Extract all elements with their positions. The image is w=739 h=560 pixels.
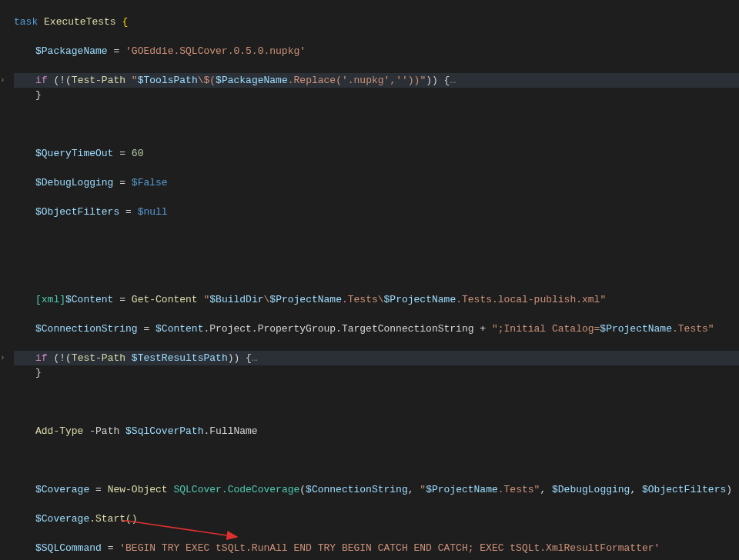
variable: $QueryTimeOut xyxy=(35,148,113,159)
fold-chevron-icon[interactable]: › xyxy=(0,351,5,365)
constant: $null xyxy=(138,206,168,218)
code-line[interactable]: $PackageName = 'GOEddie.SQLCover.0.5.0.n… xyxy=(14,44,739,58)
cmdlet: Test-Path xyxy=(72,352,125,364)
code-line[interactable]: $ObjectFilters = $null xyxy=(14,205,739,219)
code-line[interactable]: $SQLCommand = 'BEGIN TRY EXEC tSQLt.RunA… xyxy=(14,541,739,555)
variable: $TestResultsPath xyxy=(132,352,228,364)
type: SQLCover.CodeCoverage xyxy=(173,484,299,495)
code-line[interactable]: } xyxy=(14,88,739,102)
code-line[interactable]: Add-Type -Path $SqlCoverPath.FullName xyxy=(14,424,739,438)
variable: $Content xyxy=(65,294,113,305)
code-line[interactable]: $ConnectionString = $Content.Project.Pro… xyxy=(14,322,739,336)
string: 'GOEddie.SQLCover.0.5.0.nupkg' xyxy=(125,45,306,57)
code-line-empty[interactable] xyxy=(14,117,739,132)
cmdlet: Get-Content xyxy=(132,294,198,305)
punct: (!( xyxy=(48,75,72,86)
variable: $PackageName xyxy=(35,45,108,57)
constant: $False xyxy=(132,177,168,188)
variable: $DebugLogging xyxy=(35,177,113,188)
number: 60 xyxy=(132,148,144,159)
variable: $ObjectFilters xyxy=(35,206,119,218)
code-line-folded[interactable]: ›if (!(Test-Path "$ToolsPath\$($PackageN… xyxy=(14,73,739,88)
fold-ellipsis-icon[interactable]: … xyxy=(450,75,456,86)
keyword-task: task xyxy=(14,16,38,28)
code-line-empty[interactable] xyxy=(14,395,739,409)
code-line[interactable]: } xyxy=(14,365,739,380)
code-line-empty[interactable] xyxy=(14,263,739,278)
variable: $ConnectionString xyxy=(35,323,138,335)
variable: $SqlCoverPath xyxy=(125,425,203,437)
cmdlet: Test-Path xyxy=(72,75,125,86)
keyword-if: if xyxy=(35,352,48,364)
code-editor[interactable]: task ExecuteTests { $PackageName = 'GOEd… xyxy=(14,0,739,560)
type-accel: [xml] xyxy=(35,294,65,305)
function-name: ExecuteTests xyxy=(44,16,116,28)
code-line[interactable]: task ExecuteTests { xyxy=(14,15,739,29)
code-line[interactable]: $Coverage.Start() xyxy=(14,512,739,526)
code-line-empty[interactable] xyxy=(14,453,739,468)
punct: )) { xyxy=(426,75,450,86)
variable: $PackageName xyxy=(216,75,288,86)
code-line-folded[interactable]: ›if (!(Test-Path $TestResultsPath)) {… xyxy=(14,351,739,365)
operator: = xyxy=(108,45,125,57)
brace: } xyxy=(35,89,42,101)
fold-ellipsis-icon[interactable]: … xyxy=(252,352,258,364)
brace: { xyxy=(122,16,128,28)
code-line[interactable]: $Coverage = New-Object SQLCover.CodeCove… xyxy=(14,482,739,497)
code-line[interactable]: $QueryTimeOut = 60 xyxy=(14,146,739,161)
code-line[interactable]: [xml]$Content = Get-Content "$BuildDir\$… xyxy=(14,292,739,307)
keyword-if: if xyxy=(35,75,48,86)
cmdlet: Add-Type xyxy=(35,425,83,437)
parameter: -Path xyxy=(83,425,125,437)
code-line-empty[interactable] xyxy=(14,234,739,248)
fold-chevron-icon[interactable]: › xyxy=(0,73,5,88)
variable: $ToolsPath xyxy=(138,75,198,86)
brace: } xyxy=(35,367,42,378)
string: 'BEGIN TRY EXEC tSQLt.RunAll END TRY BEG… xyxy=(119,542,660,554)
code-line[interactable]: $DebugLogging = $False xyxy=(14,175,739,190)
